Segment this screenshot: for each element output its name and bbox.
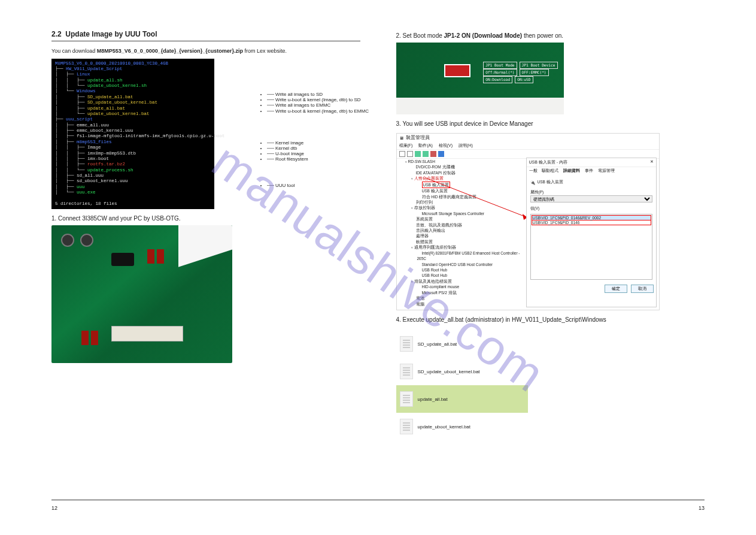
tree-file: emmc_all.uuu <box>77 123 109 128</box>
list-item[interactable]: SD_update_all.bat <box>396 330 528 358</box>
menu-file[interactable]: 檔案(F) <box>399 143 413 147</box>
tab-details[interactable]: 詳細資料 <box>563 168 580 173</box>
tree-item[interactable]: 存放控制器 <box>411 205 524 210</box>
silk-cell: ON:Download <box>483 76 512 83</box>
hwid-row[interactable]: USB\VID_1FC9&PID_0146&REV_0002 <box>532 215 651 220</box>
devmgr-menubar[interactable]: 檔案(F) 動作(A) 檢視(V) 說明(H) <box>397 142 659 150</box>
step-3: 3. You will see USB input device in Devi… <box>396 120 705 127</box>
tree-item[interactable]: 列印佇列 <box>411 200 524 205</box>
devmgr-title-text: 裝置管理員 <box>406 135 430 141</box>
tree-item[interactable]: 滑鼠及其他指標裝置 <box>411 279 524 284</box>
cancel-button[interactable]: 取消 <box>631 285 654 293</box>
tree-item[interactable]: 監視器 <box>411 307 524 307</box>
dip-switch <box>444 64 470 77</box>
tree-item[interactable]: Microsoft Storage Spaces Controller <box>417 211 524 216</box>
tree-item[interactable]: 系統裝置 <box>411 216 524 222</box>
list-item[interactable]: SD_update_uboot_kernel.bat <box>396 358 528 385</box>
annot-rootfs: Root filesystem <box>267 156 308 162</box>
tree-host[interactable]: RD-SW-SLASH <box>405 159 524 164</box>
tree-item[interactable]: 處理器 <box>411 233 524 238</box>
intro-zip-name: M8MP553_V6_0_0_0000_{date}_{version}_{cu… <box>97 48 243 54</box>
tree-summary: 5 directories, 18 files <box>55 201 117 206</box>
file-icon <box>400 336 413 352</box>
close-icon[interactable]: ✕ <box>650 159 654 165</box>
prop-value-list[interactable]: USB\VID_1FC9&PID_0146&REV_0002 USB\VID_1… <box>530 214 652 280</box>
tree-item[interactable]: 音訊輸入與輸出 <box>411 228 524 233</box>
tree-item[interactable]: USB 輸入裝置 <box>417 188 524 194</box>
tree-file: fsl-image-mfgtool-initramfs-imx_mfgtools… <box>77 134 225 138</box>
devmgr-tree[interactable]: RD-SW-SLASH DVD/CD-ROM 光碟機 IDE ATA/ATAPI… <box>399 159 524 307</box>
annot-sd-all: Write all images to SD <box>267 92 323 97</box>
explorer-file-list[interactable]: SD_update_all.bat SD_update_uboot_kernel… <box>396 330 528 440</box>
tab-events[interactable]: 事件 <box>585 168 593 173</box>
list-item-selected[interactable]: update_all.bat <box>396 385 528 413</box>
device-properties-dialog: USB 輸入裝置 - 內容✕ 一般 驅動程式 詳細資料 事件 電源管理 🔌 US… <box>526 158 657 307</box>
intro-text-a: You can download <box>51 48 97 54</box>
tree-item[interactable]: 電腦 <box>411 301 524 307</box>
step-1: 1. Connect 3I385CW and your PC by USB-OT… <box>51 215 360 222</box>
annot-kernel-img: Kernel image <box>267 140 303 146</box>
menu-help[interactable]: 說明(H) <box>459 143 473 147</box>
section-number: 2.2 <box>51 30 62 38</box>
silk-cell: OFF:EMMC(*) <box>520 69 549 76</box>
file-icon <box>400 419 413 434</box>
prop-property-select[interactable]: 硬體識別碼 <box>530 195 652 202</box>
section-title: Update Image by UUU Tool <box>65 30 157 38</box>
prop-tabs[interactable]: 一般 驅動程式 詳細資料 事件 電源管理 <box>527 167 656 175</box>
tree-file: update_process.sh <box>87 168 133 173</box>
silk-cell: JP1 Boot Device <box>520 62 558 69</box>
tree-item[interactable]: 音效、視訊及遊戲控制器 <box>411 222 524 228</box>
tree-item[interactable]: Microsoft PS/2 滑鼠 <box>417 290 524 295</box>
tab-power[interactable]: 電源管理 <box>598 168 615 173</box>
board-photo-otg <box>51 225 232 363</box>
tree-item[interactable]: HID-compliant mouse <box>417 284 524 289</box>
page-number-right: 13 <box>699 505 705 511</box>
silk-cell: JP1 Boot Mode <box>483 62 517 69</box>
tree-item[interactable]: 人性化介面裝置 <box>411 176 524 181</box>
ok-button[interactable]: 確定 <box>605 285 627 293</box>
tree-file: emmc_uboot_kernel.uuu <box>77 128 133 133</box>
annot-kernel-dtb: Kernel dtb <box>267 146 297 151</box>
tree-item[interactable]: DVD/CD-ROM 光碟機 <box>411 164 524 170</box>
tree-file: uuu.exe <box>77 190 96 195</box>
tree-dir: Linux <box>77 72 90 77</box>
annot-emmc-kernel: Write u-boot & kernel (Image, dtb) to EM… <box>267 108 369 114</box>
file-icon <box>400 391 413 407</box>
annot-uboot: U-boot image <box>267 151 304 156</box>
step-2: 2. Set Boot mode JP1-2 ON (Download Mode… <box>396 32 705 39</box>
prop-device-name: USB 輸入裝置 <box>538 180 563 185</box>
file-icon <box>400 364 413 379</box>
tab-general[interactable]: 一般 <box>529 168 538 173</box>
tree-file: update_all.bat <box>87 106 125 111</box>
tree-file: SD_update_uboot_kernel.bat <box>87 100 157 105</box>
tree-file: sd_all.uuu <box>77 173 104 178</box>
page-number-left: 12 <box>51 505 57 511</box>
annot-uuu: UUU tool <box>267 183 294 188</box>
tree-file: imx-boot <box>87 156 109 161</box>
step-2-bold: JP1-2 ON (Download Mode) <box>444 32 523 39</box>
file-name: update_uboot_kernel.bat <box>418 424 471 430</box>
tree-item[interactable]: Standard OpenHCD USB Host Controller <box>417 262 524 267</box>
step-2a: 2. Set Boot mode <box>396 32 444 39</box>
tree-item[interactable]: Intel(R) 82801FB/FBM USB2 Enhanced Host … <box>417 250 524 262</box>
intro-para: You can download M8MP553_V6_0_0_0000_{da… <box>51 47 360 55</box>
footer-rule <box>51 500 705 500</box>
hwid-row[interactable]: USB\VID_1FC9&PID_0146 <box>532 220 651 225</box>
tree-item[interactable]: USB Root Hub <box>417 267 524 273</box>
tree-item[interactable]: 電池 <box>411 295 524 301</box>
prop-value-label: 值(V) <box>530 206 652 211</box>
silk-cell: ON:uSD <box>515 76 533 83</box>
tree-item[interactable]: USB Root Hub <box>417 273 524 278</box>
annot-emmc-all: Write all images to EMMC <box>267 102 330 108</box>
tree-item[interactable]: 通用序列匯流排控制器 <box>411 244 524 250</box>
tree-usb-input[interactable]: USB 輸入裝置 <box>417 182 524 188</box>
tab-driver[interactable]: 驅動程式 <box>542 168 558 173</box>
tree-item[interactable]: IDE ATA/ATAPI 控制器 <box>411 170 524 176</box>
menu-view[interactable]: 檢視(V) <box>439 143 453 147</box>
list-item[interactable]: update_uboot_kernel.bat <box>396 413 528 440</box>
tree-file: update_uboot_kernel.bat <box>87 111 150 116</box>
file-name: update_all.bat <box>418 397 448 402</box>
menu-action[interactable]: 動作(A) <box>418 143 432 147</box>
tree-item[interactable]: 軟體裝置 <box>411 239 524 244</box>
tree-item[interactable]: 符合 HID 標準的廠商定義裝置 <box>417 194 524 200</box>
